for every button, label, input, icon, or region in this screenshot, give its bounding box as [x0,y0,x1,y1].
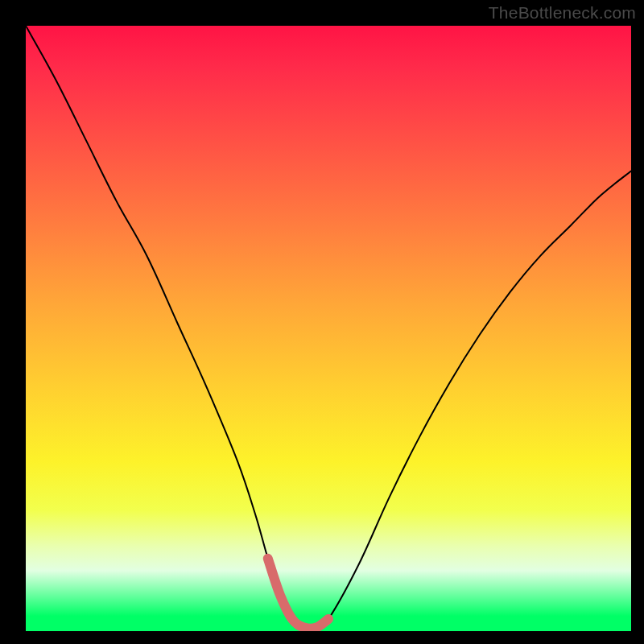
plot-area [26,26,631,631]
chart-frame: TheBottleneck.com [0,0,644,644]
curve-layer [26,26,631,631]
watermark-text: TheBottleneck.com [489,3,636,23]
optimal-zone-highlight [268,559,328,629]
bottleneck-curve [26,26,631,629]
